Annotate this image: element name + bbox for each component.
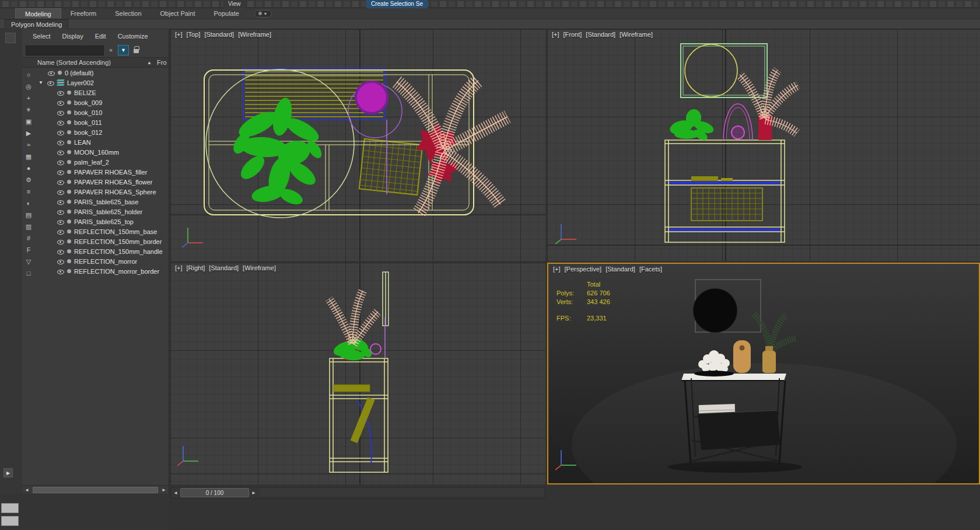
visibility-eye-icon[interactable]	[48, 69, 55, 76]
viewport-menu-pov[interactable]: [Perspective]	[565, 266, 602, 273]
time-slider-track[interactable]	[260, 489, 544, 497]
viewport-top[interactable]: [+] [Top] [Standard] [Wireframe]	[170, 29, 545, 261]
mini-listener-box[interactable]	[1, 516, 19, 526]
mini-listener-box[interactable]	[1, 503, 19, 513]
menu-select[interactable]: Select	[33, 33, 51, 40]
menu-display[interactable]: Display	[62, 33, 83, 40]
visibility-eye-icon[interactable]	[57, 268, 64, 274]
visibility-eye-icon[interactable]	[47, 79, 54, 86]
viewport-front[interactable]: [+] [Front] [Standard] [Wireframe]	[547, 29, 980, 261]
object-row[interactable]: REFLECTION_150mm_handle	[35, 246, 169, 256]
previous-frame-icon[interactable]: ◄	[171, 487, 180, 498]
viewport-menu-standard[interactable]: [Standard]	[606, 266, 635, 273]
viewport-menu-standard[interactable]: [Standard]	[209, 264, 239, 271]
object-row[interactable]: book_011	[35, 117, 169, 127]
display-lights-button[interactable]: ☀	[23, 104, 34, 116]
column-header[interactable]: Name (Sorted Ascending) ▲ Fro	[22, 57, 169, 68]
display-frozen-button[interactable]: ▤	[23, 209, 34, 221]
object-row[interactable]: PAPAVER RHOEAS_Sphere	[35, 187, 169, 197]
visibility-eye-icon[interactable]	[57, 258, 64, 264]
object-row[interactable]: PAPAVER RHOEAS_flower	[35, 177, 169, 187]
ribbon-config-button[interactable]: ▼	[254, 10, 272, 18]
object-row[interactable]: REFLECTION_morror_border	[35, 266, 169, 276]
main-toolbar-icons[interactable]	[2, 1, 978, 7]
view-dropdown[interactable]: View	[223, 0, 246, 8]
scroll-right-icon[interactable]: ►	[159, 486, 169, 494]
visibility-eye-icon[interactable]	[57, 218, 64, 225]
tab-freeform[interactable]: Freeform	[61, 8, 106, 19]
visibility-eye-icon[interactable]	[57, 238, 64, 245]
collapse-caret-icon[interactable]: ▼	[38, 80, 44, 85]
visibility-eye-icon[interactable]	[57, 109, 64, 116]
viewport-menu-plus[interactable]: [+]	[175, 31, 183, 38]
tab-polygon-modeling[interactable]: Polygon Modeling	[5, 19, 68, 29]
selection-set-dropdown[interactable]: Create Selection Se	[366, 0, 428, 8]
dock-tab[interactable]	[5, 33, 16, 43]
time-slider-handle[interactable]: 0 / 100	[180, 488, 249, 497]
scrollbar-thumb[interactable]	[33, 487, 158, 493]
viewport-menu-shading[interactable]: [Wireframe]	[243, 264, 276, 271]
viewport-menu-pov[interactable]: [Right]	[187, 264, 205, 271]
menu-customize[interactable]: Customize	[118, 33, 148, 40]
display-particles-button[interactable]: ▦	[23, 151, 34, 162]
display-settings-button[interactable]: ⚙	[23, 174, 34, 186]
menu-edit[interactable]: Edit	[95, 33, 106, 40]
tab-modeling[interactable]: Modeling	[15, 8, 61, 19]
display-grids-button[interactable]: #	[23, 232, 34, 244]
visibility-eye-icon[interactable]	[57, 208, 64, 215]
display-helpers-button[interactable]: ▶	[23, 127, 34, 139]
tab-selection[interactable]: Selection	[106, 8, 150, 19]
name-column-header[interactable]: Name (Sorted Ascending)	[22, 59, 145, 66]
visibility-eye-icon[interactable]	[57, 99, 64, 106]
main-toolbar[interactable]: View Create Selection Se	[0, 0, 980, 8]
frozen-column-header[interactable]: Fro	[155, 59, 169, 66]
next-frame-icon[interactable]: ►	[249, 487, 258, 498]
expand-panel-button[interactable]: ▶	[4, 468, 13, 477]
layer-row[interactable]: ▼Layer002	[35, 78, 169, 88]
object-row[interactable]: REFLECTION_150mm_border	[35, 236, 169, 246]
object-row[interactable]: REFLECTION_morror	[35, 256, 169, 266]
display-filter-button[interactable]: ▽	[23, 256, 34, 267]
viewport-perspective[interactable]: [+] [Perspective] [Standard] [Facets] To…	[547, 263, 980, 484]
viewport-menu-pov[interactable]: [Top]	[187, 31, 201, 38]
visibility-eye-icon[interactable]	[57, 129, 64, 135]
display-bones-button[interactable]: ●	[23, 162, 34, 174]
display-frozen-objects-button[interactable]: F	[23, 244, 34, 256]
object-row[interactable]: book_009	[35, 97, 169, 107]
viewport-menu-plus[interactable]: [+]	[552, 31, 559, 38]
display-all-button[interactable]: ○	[23, 69, 34, 81]
visibility-eye-icon[interactable]	[57, 198, 64, 205]
viewport-menu-standard[interactable]: [Standard]	[204, 31, 234, 38]
visibility-eye-icon[interactable]	[57, 119, 64, 125]
scroll-left-icon[interactable]: ◄	[22, 486, 32, 494]
visibility-eye-icon[interactable]	[57, 179, 64, 185]
clear-search-icon[interactable]: ×	[107, 47, 115, 54]
viewport-menu-shading[interactable]: [Wireframe]	[620, 31, 653, 38]
time-slider[interactable]: ◄ 0 / 100 ►	[170, 487, 545, 498]
display-shapes-button[interactable]: +	[23, 92, 34, 104]
horizontal-scrollbar[interactable]: ◄ ►	[22, 485, 169, 494]
sort-ascending-icon[interactable]: ▲	[145, 60, 154, 65]
lock-icon[interactable]	[134, 49, 139, 53]
object-row[interactable]: BELIZE	[35, 88, 169, 97]
object-row[interactable]: LEAN	[35, 137, 169, 147]
viewport-menu-pov[interactable]: [Front]	[564, 31, 582, 38]
object-row[interactable]: PARIS_table625_top	[35, 217, 169, 226]
tab-object-paint[interactable]: Object Paint	[151, 8, 205, 19]
display-spacewarps-button[interactable]: ≈	[23, 139, 34, 151]
object-row[interactable]: PAPAVER RHOEAS_filler	[35, 167, 169, 177]
visibility-eye-icon[interactable]	[57, 149, 64, 155]
viewport-menu-plus[interactable]: [+]	[175, 264, 183, 271]
search-input[interactable]	[26, 46, 104, 55]
visibility-eye-icon[interactable]	[57, 228, 64, 235]
viewport-menu-plus[interactable]: [+]	[553, 266, 561, 273]
object-row[interactable]: book_010	[35, 107, 169, 117]
viewport-right[interactable]: [+] [Right] [Standard] [Wireframe]	[170, 263, 545, 484]
filter-button[interactable]: ▼	[118, 45, 129, 55]
viewport-menu-shading[interactable]: [Facets]	[639, 266, 662, 273]
object-row[interactable]: palm_leaf_2	[35, 157, 169, 167]
display-hidden-button[interactable]: ▥	[23, 221, 34, 232]
object-row[interactable]: PARIS_table625_holder	[35, 207, 169, 217]
visibility-eye-icon[interactable]	[57, 169, 64, 175]
visibility-eye-icon[interactable]	[57, 89, 64, 96]
